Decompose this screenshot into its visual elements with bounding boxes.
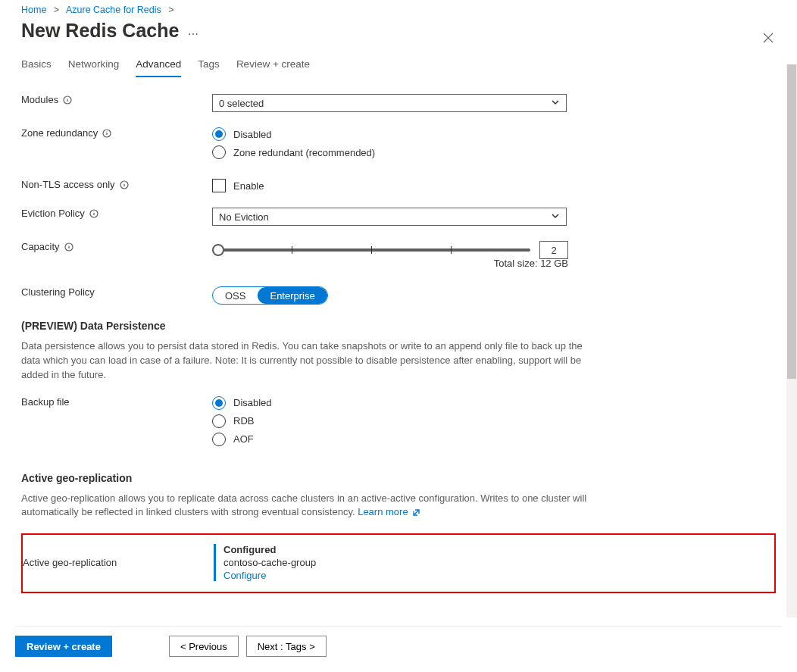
- breadcrumb-home[interactable]: Home: [21, 5, 46, 15]
- backup-rdb-label: RDB: [233, 415, 254, 427]
- zone-disabled-radio[interactable]: [212, 127, 226, 141]
- learn-more-link[interactable]: Learn more: [358, 506, 420, 517]
- modules-value: 0 selected: [219, 98, 264, 109]
- clustering-oss-pill[interactable]: OSS: [213, 287, 258, 304]
- tabs: Basics Networking Advanced Tags Review +…: [21, 58, 776, 77]
- clustering-enterprise-pill[interactable]: Enterprise: [258, 287, 327, 304]
- next-button[interactable]: Next : Tags >: [246, 636, 327, 657]
- chevron-down-icon: [551, 211, 560, 223]
- backup-disabled-label: Disabled: [233, 397, 272, 408]
- georep-highlight-box: Active geo-replication Configured contos…: [21, 533, 776, 593]
- persistence-desc: Data persistence allows you to persist d…: [21, 339, 597, 383]
- more-icon[interactable]: ⋯: [188, 28, 199, 40]
- vertical-scrollbar[interactable]: [786, 64, 797, 617]
- close-icon[interactable]: [762, 32, 774, 46]
- tab-tags[interactable]: Tags: [198, 58, 220, 77]
- footer-bar: Review + create < Previous Next : Tags >: [15, 626, 782, 657]
- georep-configure-link[interactable]: Configure: [223, 570, 266, 581]
- backup-aof-radio[interactable]: [212, 433, 226, 446]
- page-title: New Redis Cache: [21, 20, 179, 42]
- zone-redundant-label: Zone redundant (recommended): [233, 147, 375, 158]
- capacity-label: Capacity: [21, 241, 212, 252]
- capacity-slider[interactable]: [212, 242, 530, 258]
- persistence-title: (PREVIEW) Data Persistence: [21, 320, 776, 332]
- capacity-total: Total size: 12 GB: [494, 258, 568, 269]
- georep-group-name: contoso-cache-group: [223, 557, 774, 568]
- breadcrumb-separator: >: [168, 5, 173, 15]
- zone-redundant-radio[interactable]: [212, 145, 226, 159]
- georep-desc: Active geo-replication allows you to rep…: [21, 492, 597, 520]
- review-create-button[interactable]: Review + create: [15, 636, 112, 657]
- backup-label: Backup file: [21, 396, 212, 408]
- georep-field-label: Active geo-replication: [23, 544, 214, 581]
- info-icon[interactable]: [89, 209, 98, 218]
- modules-select[interactable]: 0 selected: [212, 94, 567, 112]
- info-icon[interactable]: [120, 180, 129, 189]
- clustering-label: Clustering Policy: [21, 286, 212, 298]
- tab-networking[interactable]: Networking: [68, 58, 120, 77]
- clustering-toggle: OSS Enterprise: [212, 286, 328, 305]
- georep-title: Active geo-replication: [21, 472, 776, 484]
- eviction-select[interactable]: No Eviction: [212, 208, 567, 226]
- breadcrumb-separator: >: [54, 5, 59, 15]
- info-icon[interactable]: [63, 95, 72, 105]
- tab-advanced[interactable]: Advanced: [136, 58, 181, 77]
- external-link-icon: [412, 508, 420, 517]
- non-tls-enable-label: Enable: [233, 180, 264, 192]
- non-tls-checkbox[interactable]: [212, 179, 226, 192]
- info-icon[interactable]: [64, 242, 73, 252]
- chevron-down-icon: [551, 98, 560, 109]
- capacity-value-input[interactable]: 2: [539, 241, 568, 259]
- breadcrumb: Home > Azure Cache for Redis >: [21, 5, 776, 15]
- eviction-label: Eviction Policy: [21, 208, 212, 219]
- slider-thumb[interactable]: [212, 244, 224, 256]
- tab-basics[interactable]: Basics: [21, 58, 52, 77]
- zone-redundancy-label: Zone redundancy: [21, 127, 212, 139]
- non-tls-label: Non-TLS access only: [21, 179, 212, 190]
- scrollbar-thumb[interactable]: [787, 64, 796, 379]
- breadcrumb-service[interactable]: Azure Cache for Redis: [66, 5, 161, 15]
- eviction-value: No Eviction: [219, 211, 269, 223]
- backup-disabled-radio[interactable]: [212, 396, 226, 410]
- backup-rdb-radio[interactable]: [212, 414, 226, 428]
- georep-status: Configured: [223, 544, 774, 555]
- modules-label: Modules: [21, 94, 212, 105]
- tab-review[interactable]: Review + create: [236, 58, 310, 77]
- previous-button[interactable]: < Previous: [169, 636, 239, 657]
- info-icon[interactable]: [102, 129, 111, 138]
- zone-disabled-label: Disabled: [233, 129, 272, 140]
- backup-aof-label: AOF: [233, 433, 254, 445]
